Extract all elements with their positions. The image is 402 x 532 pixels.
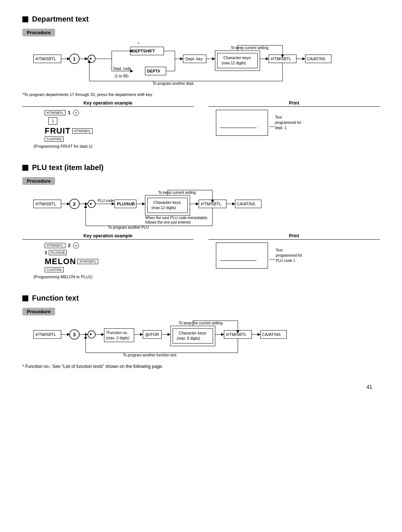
- section-dept-text: Department text Procedure * DEPTSHIFT DE…: [22, 15, 380, 148]
- dept-flow-svg: * DEPTSHIFT DEPT# #/TM/SBTL 1 •: [22, 40, 342, 89]
- svg-marker-77: [196, 202, 199, 205]
- svg-text:3: 3: [73, 332, 76, 337]
- svg-marker-31: [212, 57, 215, 60]
- black-square-icon: [22, 16, 28, 22]
- plu-print-col: Print Textprogrammed forPLU code 1 —: [208, 233, 380, 279]
- svg-text:#/TM/SBTL: #/TM/SBTL: [226, 332, 247, 337]
- small-key-plu-sub: PLU/SUB: [49, 250, 67, 255]
- svg-text:Character keys: Character keys: [179, 331, 206, 335]
- num-1-box: 1: [48, 117, 57, 125]
- plu-print-area-wrapper: Textprogrammed forPLU code 1 —: [216, 243, 268, 269]
- section-plu-text: PLU text (item label) Procedure #/TM/SBT…: [22, 163, 380, 279]
- svg-marker-42: [302, 57, 305, 60]
- svg-marker-126: [258, 333, 261, 336]
- svg-text:•: •: [90, 331, 92, 337]
- plu-print-note: Textprogrammed forPLU code 1: [276, 248, 302, 263]
- svg-marker-27: [180, 57, 183, 60]
- function-bottom-note: * Function no.: See "List of function te…: [22, 364, 380, 369]
- dept-print-note: Textprogrammed fordept. 1: [275, 115, 302, 131]
- plu-key-example-content: #/TM/SBTL 2 • 1 PLU/SUB MELON #/TM/SBTL …: [22, 243, 194, 272]
- plu-examples-row: Key operation example #/TM/SBTL 2 • 1 PL…: [22, 233, 380, 279]
- dot-icon-2: •: [73, 243, 79, 249]
- dept-key-example-content: #/TM/SBTL 1 • 1 FRUIT #/TM/SBTL CA/AT/NS: [22, 110, 194, 142]
- svg-text:#/TM/SBTL: #/TM/SBTL: [35, 57, 56, 61]
- plu-print-arrow: —: [269, 256, 275, 262]
- svg-marker-102: [85, 333, 88, 336]
- small-key-tm-sbtl-plu: #/TM/SBTL: [45, 243, 66, 248]
- dept-print-area: [216, 110, 268, 136]
- svg-marker-66: [112, 202, 115, 205]
- procedure-badge-3: Procedure: [22, 308, 55, 315]
- procedure-badge-2: Procedure: [22, 177, 55, 185]
- svg-text:2: 2: [73, 201, 76, 207]
- svg-text:Dept. code: Dept. code: [113, 67, 131, 71]
- dept-text-title: Department text: [22, 15, 380, 23]
- func-flow-svg: #/TM/SBTL 3 • *Function no. (max. 2 digi…: [22, 319, 342, 360]
- dept-print-header: Print: [208, 100, 380, 107]
- svg-marker-70: [142, 202, 145, 205]
- dot-icon: •: [73, 110, 79, 116]
- svg-text:To program another PLU: To program another PLU: [108, 225, 149, 230]
- svg-text:CA/AT/NS: CA/AT/NS: [307, 57, 325, 61]
- page-number-area: 41: [22, 384, 380, 390]
- svg-text:DEPT#: DEPT#: [147, 69, 160, 73]
- svg-marker-94: [84, 205, 87, 208]
- plu-example-note: (Programming MELON to PLU1): [34, 275, 194, 279]
- svg-text:Character keys: Character keys: [153, 200, 181, 205]
- svg-text:#/TM/SBTL: #/TM/SBTL: [271, 57, 291, 61]
- small-key-tm-sbtl-2: #/TM/SBTL: [72, 128, 93, 134]
- svg-marker-111: [140, 333, 143, 336]
- svg-text:@/FOR: @/FOR: [145, 332, 159, 337]
- svg-text:*: *: [138, 42, 139, 46]
- dept-print-col: Print Textprogrammed fordept. 1 —: [208, 100, 380, 148]
- step-1-label: 1: [68, 110, 71, 115]
- procedure-badge-1: Procedure: [22, 29, 55, 36]
- small-key-tm-sbtl-plu-2: #/TM/SBTL: [77, 259, 98, 264]
- func-flow-area: #/TM/SBTL 3 • *Function no. (max. 2 digi…: [22, 319, 380, 360]
- dept-print-arrow: —: [269, 123, 275, 129]
- plu-1-label: 1: [45, 250, 47, 255]
- plu-flow-svg: #/TM/SBTL 2 • PLU code PLU/SUB: [22, 189, 342, 230]
- svg-marker-106: [101, 333, 104, 336]
- dept-key-example-header: Key operation example: [22, 100, 194, 107]
- plu-print-header: Print: [208, 233, 380, 240]
- svg-marker-81: [232, 202, 235, 205]
- svg-marker-61: [85, 202, 88, 205]
- svg-text:To keep current setting: To keep current setting: [158, 190, 196, 195]
- svg-text:To program another function te: To program another function text: [123, 353, 176, 357]
- svg-text:follows the one just entered: follows the one just entered: [145, 220, 191, 224]
- small-key-ca-at-ns-plu: CA/AT/NS: [45, 267, 64, 272]
- plu-flow-area: #/TM/SBTL 2 • PLU code PLU/SUB: [22, 189, 380, 230]
- svg-marker-38: [266, 57, 269, 60]
- svg-text:Character keys: Character keys: [223, 55, 251, 60]
- svg-text:#/TM/SBTL: #/TM/SBTL: [35, 202, 56, 206]
- svg-text:(1 to 99): (1 to 99): [115, 74, 128, 78]
- melon-text-label: MELON: [45, 257, 76, 266]
- svg-text:To program another dept.: To program another dept.: [153, 81, 194, 86]
- plu-text-title: PLU text (item label): [22, 163, 380, 172]
- small-key-tm-sbtl: #/TM/SBTL: [45, 110, 66, 115]
- svg-text:*Function no.: *Function no.: [106, 331, 128, 335]
- plu-key-example-header: Key operation example: [22, 233, 194, 240]
- plu-print-area: [216, 243, 268, 269]
- svg-text:PLU code: PLU code: [98, 199, 114, 203]
- svg-text:•: •: [90, 201, 92, 207]
- black-square-icon-3: [22, 295, 28, 301]
- dept-print-area-wrapper: Textprogrammed fordept. 1 —: [216, 110, 268, 136]
- svg-text:Dept. key: Dept. key: [185, 57, 203, 61]
- fruit-text-label: FRUIT: [45, 126, 71, 136]
- section-function-text: Function text Procedure #/TM/SBTL 3 •: [22, 294, 380, 369]
- svg-marker-122: [221, 333, 224, 336]
- dept-star-note: *To program departments 17 through 32, p…: [22, 92, 380, 97]
- svg-text:1: 1: [73, 56, 76, 62]
- svg-text:#/TM/SBTL: #/TM/SBTL: [35, 332, 56, 337]
- svg-text:(max. 2 digits): (max. 2 digits): [106, 336, 130, 340]
- svg-marker-137: [84, 336, 87, 339]
- svg-text:When the next PLU code immedia: When the next PLU code immediately: [145, 216, 207, 220]
- svg-text:PLU/SUB: PLU/SUB: [117, 202, 135, 206]
- svg-text:#/TM/SBTL: #/TM/SBTL: [201, 202, 221, 206]
- svg-text:DEPTSHIFT: DEPTSHIFT: [132, 49, 155, 53]
- page-number: 41: [366, 384, 372, 390]
- function-text-title: Function text: [22, 294, 380, 302]
- black-square-icon-2: [22, 165, 28, 171]
